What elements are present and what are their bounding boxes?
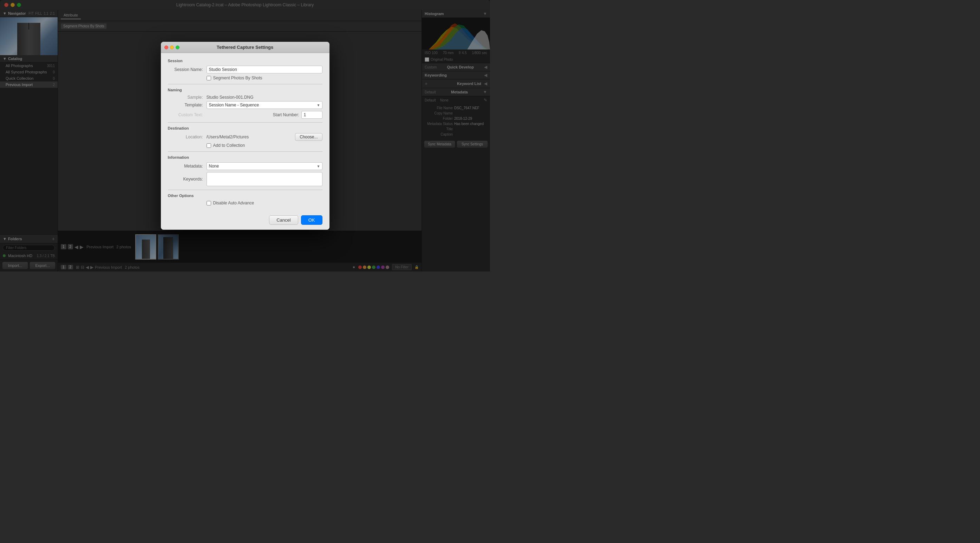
destination-label: Destination: [168, 126, 323, 130]
divider-4: [168, 189, 323, 190]
add-to-collection-label[interactable]: Add to Collection: [213, 143, 245, 148]
choose-button[interactable]: Choose...: [295, 133, 322, 141]
information-label: Information: [168, 155, 323, 159]
dialog-footer: Cancel OK: [161, 212, 329, 230]
ok-button[interactable]: OK: [301, 215, 323, 225]
template-select[interactable]: Session Name - Sequence: [207, 101, 323, 109]
metadata-field-label: Metadata:: [168, 164, 207, 169]
dialog-minimize-button[interactable]: [170, 45, 174, 49]
dialog-traffic-lights: [164, 45, 180, 49]
dialog-overlay: Tethered Capture Settings Session Sessio…: [0, 0, 490, 272]
location-path: /Users/Metal2/Pictures: [207, 135, 293, 139]
add-to-collection-checkbox[interactable]: [207, 143, 211, 148]
disable-auto-advance-label[interactable]: Disable Auto Advance: [213, 201, 254, 205]
keywords-input[interactable]: [207, 172, 323, 186]
custom-text-label: Custom Text:: [168, 112, 207, 117]
session-name-label: Session Name:: [168, 67, 207, 72]
keywords-label: Keywords:: [168, 177, 207, 182]
segment-photos-row: Segment Photos By Shots: [207, 75, 323, 80]
template-label: Template:: [168, 103, 207, 107]
template-select-wrapper: Session Name - Sequence ▼: [207, 101, 323, 109]
disable-auto-advance-checkbox[interactable]: [207, 201, 211, 205]
start-number-label: Start Number:: [273, 112, 301, 117]
start-number-input[interactable]: [301, 111, 323, 119]
sample-label: Sample:: [168, 95, 207, 100]
dialog-body: Session Session Name: Segment Photos By …: [161, 53, 329, 212]
segment-photos-checkbox[interactable]: [207, 76, 211, 80]
session-name-input[interactable]: [207, 66, 323, 73]
auto-advance-row: Disable Auto Advance: [207, 201, 323, 205]
template-row: Template: Session Name - Sequence ▼: [168, 101, 323, 109]
tethered-capture-dialog: Tethered Capture Settings Session Sessio…: [161, 42, 329, 230]
sample-value: Studio Session-001.DNG: [207, 95, 254, 100]
app-window: Lightroom Catalog-2.lrcat – Adobe Photos…: [0, 0, 490, 272]
session-label: Session: [168, 59, 323, 63]
other-options-section: Other Options Disable Auto Advance: [168, 194, 323, 205]
metadata-select-wrapper: None ▼: [207, 162, 323, 170]
naming-label: Naming: [168, 88, 323, 92]
destination-section: Destination Location: /Users/Metal2/Pict…: [168, 126, 323, 148]
information-section: Information Metadata: None ▼ Keywords:: [168, 155, 323, 186]
other-options-label: Other Options: [168, 194, 323, 198]
location-row: Location: /Users/Metal2/Pictures Choose.…: [168, 133, 323, 141]
session-section: Session Session Name: Segment Photos By …: [168, 59, 323, 80]
sample-row: Sample: Studio Session-001.DNG: [168, 95, 323, 100]
location-label: Location:: [168, 135, 207, 139]
naming-section: Naming Sample: Studio Session-001.DNG Te…: [168, 88, 323, 119]
metadata-row: Metadata: None ▼: [168, 162, 323, 170]
collection-row: Add to Collection: [207, 143, 323, 148]
cancel-button[interactable]: Cancel: [269, 215, 298, 225]
session-name-row: Session Name:: [168, 66, 323, 73]
divider-2: [168, 122, 323, 123]
dialog-title-bar: Tethered Capture Settings: [161, 42, 329, 53]
divider-3: [168, 151, 323, 152]
dialog-title: Tethered Capture Settings: [217, 45, 274, 50]
metadata-select[interactable]: None: [207, 162, 323, 170]
divider-1: [168, 84, 323, 84]
dialog-close-button[interactable]: [164, 45, 168, 49]
keywords-row: Keywords:: [168, 172, 323, 186]
segment-photos-label[interactable]: Segment Photos By Shots: [213, 75, 262, 80]
dialog-maximize-button[interactable]: [176, 45, 180, 49]
custom-text-row: Custom Text: Start Number:: [168, 111, 323, 119]
